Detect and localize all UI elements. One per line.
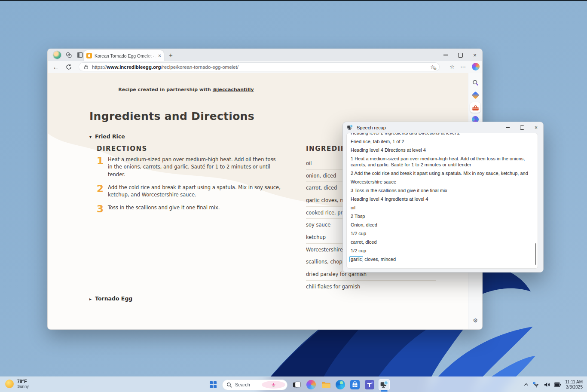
file-explorer-button[interactable]	[320, 379, 331, 390]
clock-date: 3/3/2025	[565, 385, 583, 390]
more-menu-icon[interactable]: ⋯	[460, 64, 466, 70]
search-highlight-lotus-icon	[262, 381, 285, 389]
speech-recap-title: Speech recap	[357, 125, 386, 130]
directions-list: 1 Heat a medium-sized pan over medium-hi…	[97, 156, 281, 220]
browser-window-controls: ×	[438, 49, 482, 61]
copilot-app-button[interactable]	[306, 379, 317, 390]
narrator-icon	[347, 124, 353, 131]
refresh-button[interactable]	[66, 64, 72, 70]
taskbar-search-box[interactable]: Search	[222, 380, 287, 390]
weather-condition: Sunny	[17, 384, 29, 389]
transcript-line: 2 Tbsp	[351, 213, 532, 219]
search-placeholder: Search	[235, 382, 259, 387]
weather-widget[interactable]: 78°F Sunny	[5, 379, 29, 389]
teams-icon	[365, 380, 374, 389]
microsoft-store-button[interactable]	[349, 379, 361, 390]
step-number: 1	[97, 156, 108, 178]
browser-tab-strip: Korean Tornado Egg Omelet - A × + ×	[48, 49, 482, 61]
transcript-line: Worcestershire sauce	[351, 179, 532, 185]
teams-button[interactable]	[364, 379, 375, 390]
browser-tab-active[interactable]: Korean Tornado Egg Omelet - A ×	[84, 50, 164, 61]
task-view-icon	[292, 380, 301, 389]
speech-recap-app-button[interactable]	[379, 379, 390, 390]
taskbar-clock[interactable]: 11:11 AM 3/3/2025	[565, 380, 583, 390]
tray-chevron-up-icon[interactable]	[523, 382, 529, 387]
wifi-icon[interactable]	[533, 382, 540, 388]
accordion-fried-rice[interactable]: ▾Fried Rice	[89, 133, 125, 140]
copilot-icon	[306, 380, 316, 389]
directions-heading: DIRECTIONS	[97, 145, 147, 153]
battery-icon[interactable]	[554, 382, 561, 387]
transcript-line: 2 Add the cold rice and break it apart u…	[351, 170, 532, 176]
speech-recap-window: Speech recap × Heading level 2 Ingredien…	[342, 122, 544, 273]
browser-minimize-button[interactable]	[438, 49, 453, 61]
step-text: Heat a medium-sized pan over medium-high…	[108, 156, 281, 178]
edge-icon	[336, 380, 345, 389]
speech-close-button[interactable]: ×	[529, 122, 543, 133]
clock-time: 11:11 AM	[565, 380, 583, 385]
browser-toolbar: ← https://www.incredibleegg.org/recipe/k…	[48, 61, 482, 74]
caret-right-icon: ▸	[89, 297, 92, 301]
accordion-tornado-egg[interactable]: ▸Tornado Egg	[89, 295, 132, 302]
transcript-line: 1/2 cup	[351, 248, 532, 254]
transcript-line: Onion, diced	[351, 222, 532, 228]
transcript-line: Heading level 4 Ingredients at level 4	[351, 196, 532, 202]
caret-down-icon: ▾	[89, 135, 92, 139]
start-button[interactable]	[208, 379, 219, 390]
transcript-line: carrot, diced	[351, 239, 532, 245]
active-app-indicator	[381, 390, 388, 392]
speech-minimize-button[interactable]	[501, 122, 515, 133]
search-icon	[226, 382, 232, 388]
copilot-icon[interactable]	[472, 63, 480, 70]
tab-close-icon[interactable]: ×	[158, 53, 161, 58]
favorites-star-icon[interactable]: ☆	[449, 64, 455, 70]
desktop: Korean Tornado Egg Omelet - A × + × ←	[0, 0, 587, 392]
url-text: https://www.incredibleegg.org/recipe/kor…	[92, 64, 238, 70]
lock-icon	[83, 64, 89, 70]
profile-avatar[interactable]	[53, 51, 61, 59]
transcript-scrollbar[interactable]	[535, 243, 536, 265]
sidebar-search-button[interactable]	[470, 77, 480, 88]
highlighted-word: garlic	[349, 256, 363, 262]
partner-link[interactable]: @jeccachantilly	[213, 87, 254, 92]
sidebar-shopping-button[interactable]	[470, 90, 480, 100]
toolbox-icon	[472, 104, 479, 111]
file-explorer-icon	[321, 380, 330, 389]
transcript-line: Fried rice, tab item, 1 of 2	[351, 138, 532, 144]
workspaces-icon[interactable]	[65, 52, 72, 58]
task-view-button[interactable]	[291, 379, 302, 390]
site-favicon-icon	[86, 53, 92, 58]
speech-recap-transcript[interactable]: Heading level 2 Ingredients and Directio…	[346, 133, 538, 269]
transcript-line: 1 Heat a medium-sized pan over medium-hi…	[351, 156, 532, 168]
step-text: Add the cold rice and break it apart usi…	[108, 184, 281, 199]
search-icon	[472, 80, 479, 86]
speech-maximize-button[interactable]	[515, 122, 529, 133]
volume-icon[interactable]	[544, 382, 550, 388]
browser-close-button[interactable]: ×	[468, 49, 482, 61]
sun-icon	[5, 380, 14, 388]
back-button[interactable]: ←	[52, 63, 60, 71]
taskbar: 78°F Sunny Search	[0, 377, 587, 392]
transcript-line: Heading level 4 Directions at level 4	[351, 147, 532, 153]
transcript-line: oil	[351, 205, 532, 211]
sidebar-tools-button[interactable]	[470, 102, 480, 113]
screen-top-edge	[0, 0, 587, 1]
address-bar[interactable]: https://www.incredibleegg.org/recipe/kor…	[79, 62, 440, 71]
ingredient-row: chili flakes for garnish	[306, 281, 436, 293]
bookmark-settings-icon[interactable]: ☆⚙	[430, 64, 435, 70]
page-title: Ingredients and Directions	[89, 110, 254, 122]
new-tab-button[interactable]: +	[169, 51, 173, 59]
windows-logo-icon	[210, 381, 217, 388]
browser-maximize-button[interactable]	[453, 49, 468, 61]
transcript-line: Heading level 2 Ingredients and Directio…	[351, 133, 532, 136]
vertical-tabs-icon[interactable]	[76, 52, 83, 58]
edge-button[interactable]	[335, 379, 346, 390]
sidebar-settings-gear-icon[interactable]: ⚙	[470, 315, 480, 325]
store-icon	[350, 380, 360, 389]
speech-recap-titlebar[interactable]: Speech recap ×	[343, 122, 543, 133]
transcript-line: 3 Toss in the scallions and give it one …	[351, 187, 532, 193]
weather-temp: 78°F	[17, 379, 29, 384]
transcript-lines: Heading level 2 Ingredients and Directio…	[347, 133, 538, 254]
direction-step: 2 Add the cold rice and break it apart u…	[97, 184, 281, 199]
transcript-current-line: garlic cloves, minced	[347, 256, 538, 262]
